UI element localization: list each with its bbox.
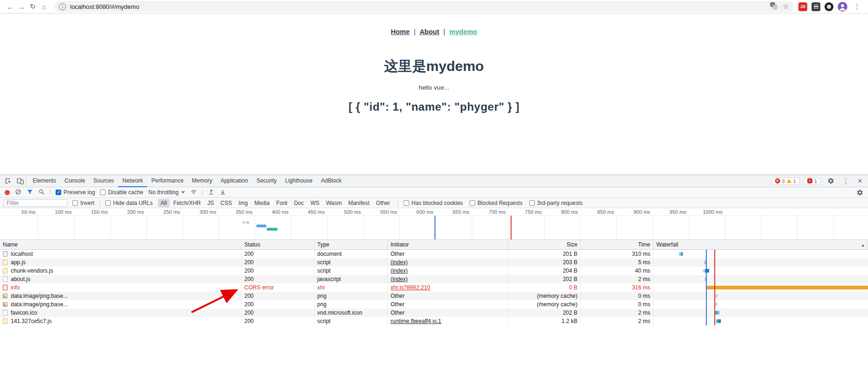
timeline-tick: 50 ms bbox=[3, 209, 36, 215]
tab-application[interactable]: Application bbox=[216, 175, 252, 187]
blocked-requests-checkbox[interactable]: Blocked Requests bbox=[470, 200, 523, 206]
bookmark-star-icon[interactable]: ☆ bbox=[783, 2, 789, 11]
column-header-status[interactable]: Status bbox=[242, 240, 314, 249]
filter-funnel-icon[interactable] bbox=[27, 189, 33, 197]
invert-checkbox[interactable]: Invert bbox=[72, 200, 94, 206]
filter-type-img[interactable]: Img bbox=[235, 199, 250, 207]
tab-elements[interactable]: Elements bbox=[28, 175, 60, 187]
devtools-close-icon[interactable]: × bbox=[855, 176, 865, 186]
network-row[interactable]: chunk-vendors.js200script(index)204 B40 … bbox=[0, 267, 868, 275]
filter-type-js[interactable]: JS bbox=[205, 199, 217, 207]
translate-icon[interactable]: A a bbox=[770, 2, 777, 11]
extension-dark-icon[interactable] bbox=[811, 2, 820, 11]
initiator-value[interactable]: (index) bbox=[391, 259, 408, 266]
tab-security[interactable]: Security bbox=[252, 175, 281, 187]
filter-type-fetch-xhr[interactable]: Fetch/XHR bbox=[171, 199, 204, 207]
forward-icon[interactable]: → bbox=[16, 1, 27, 12]
filter-type-wasm[interactable]: Wasm bbox=[323, 199, 345, 207]
disable-cache-checkbox[interactable]: Disable cache bbox=[100, 189, 143, 196]
network-row[interactable]: favicon.ico200vnd.microsoft.iconOther202… bbox=[0, 309, 868, 317]
tab-network[interactable]: Network bbox=[118, 175, 147, 187]
filter-type-ws[interactable]: WS bbox=[308, 199, 322, 207]
request-name-cell: info bbox=[0, 283, 242, 292]
grid-line bbox=[508, 216, 508, 239]
filter-type-font[interactable]: Font bbox=[273, 199, 290, 207]
initiator-cell: Other bbox=[388, 292, 508, 300]
back-icon[interactable]: ← bbox=[5, 1, 16, 12]
network-settings-gear-icon[interactable] bbox=[856, 189, 863, 196]
nav-link-mydemo[interactable]: mydemo bbox=[449, 28, 477, 35]
filter-type-doc[interactable]: Doc bbox=[291, 199, 306, 207]
extension-js-icon[interactable]: JS bbox=[798, 2, 807, 11]
network-row[interactable]: localhost200documentOther201 B310 ms bbox=[0, 250, 868, 258]
checkbox-label: Has blocked cookies bbox=[412, 200, 463, 206]
search-icon[interactable] bbox=[38, 189, 45, 197]
has-blocked-cookies-checkbox[interactable]: Has blocked cookies bbox=[404, 200, 463, 206]
network-row[interactable]: infoCORS errorxhrxhr.js?8992:2100 B316 m… bbox=[0, 283, 868, 292]
tab-memory[interactable]: Memory bbox=[188, 175, 216, 187]
issues-badge[interactable]: ! 1 bbox=[804, 177, 821, 185]
tab-console[interactable]: Console bbox=[60, 175, 89, 187]
column-header-type[interactable]: Type bbox=[314, 240, 388, 249]
time-value: 2 ms bbox=[638, 276, 650, 282]
3rd-party-requests-checkbox[interactable]: 3rd-party requests bbox=[529, 200, 583, 206]
site-info-icon[interactable]: i bbox=[59, 3, 66, 10]
timeline-tick: 600 ms bbox=[400, 209, 433, 215]
column-header-time[interactable]: Time bbox=[581, 240, 654, 249]
tab-adblock[interactable]: AdBlock bbox=[317, 175, 346, 187]
tab-performance[interactable]: Performance bbox=[147, 175, 188, 187]
home-icon[interactable]: ⌂ bbox=[38, 1, 50, 12]
reload-icon[interactable]: ↻ bbox=[27, 1, 38, 12]
size-value: 202 B bbox=[563, 276, 577, 282]
page-content: Home | About | mydemo 这里是mydemo hello vu… bbox=[0, 14, 868, 175]
time-cell: 2 ms bbox=[581, 275, 654, 283]
overview-request-bar bbox=[256, 225, 266, 227]
import-har-icon[interactable] bbox=[208, 189, 214, 197]
timeline-overview[interactable]: 50 ms100 ms150 ms200 ms250 ms300 ms350 m… bbox=[0, 208, 868, 240]
network-row[interactable]: data:image/png;base...200pngOther(memory… bbox=[0, 292, 868, 300]
throttling-select[interactable]: No throttling bbox=[149, 189, 185, 196]
clear-icon[interactable] bbox=[15, 189, 21, 197]
console-count-badge[interactable]: ✕ 3 1 bbox=[771, 177, 800, 185]
filter-type-media[interactable]: Media bbox=[251, 199, 272, 207]
size-cell: 201 B bbox=[508, 250, 581, 258]
column-header-initiator[interactable]: Initiator bbox=[388, 240, 508, 249]
device-toolbar-icon[interactable] bbox=[14, 175, 26, 187]
filter-type-css[interactable]: CSS bbox=[218, 199, 235, 207]
initiator-value[interactable]: (index) bbox=[391, 267, 408, 274]
browser-menu-icon[interactable]: ⋮ bbox=[852, 2, 862, 11]
network-row[interactable]: about.js200javascript(index)202 B2 ms bbox=[0, 275, 868, 283]
preserve-log-checkbox[interactable]: Preserve log bbox=[56, 189, 95, 196]
inspect-icon[interactable] bbox=[2, 175, 14, 187]
hide-data-urls-checkbox[interactable]: Hide data URLs bbox=[105, 200, 153, 206]
tab-lighthouse[interactable]: Lighthouse bbox=[281, 175, 317, 187]
address-bar[interactable]: i localhost:8080/#/mydemo A a ☆ bbox=[54, 1, 794, 12]
filter-type-manifest[interactable]: Manifest bbox=[345, 199, 372, 207]
nav-link-about[interactable]: About bbox=[420, 28, 439, 35]
type-value: png bbox=[317, 301, 327, 308]
network-row[interactable]: 141.327ce5c7.js200scriptruntime.fbeeaff4… bbox=[0, 317, 868, 325]
filter-input[interactable] bbox=[4, 199, 67, 207]
column-header-waterfall[interactable]: Waterfall bbox=[654, 240, 868, 249]
filter-type-all[interactable]: All bbox=[158, 199, 170, 207]
network-row[interactable]: app.js200script(index)203 B5 ms bbox=[0, 258, 868, 267]
filter-type-other[interactable]: Other bbox=[373, 199, 393, 207]
initiator-value[interactable]: (index) bbox=[391, 276, 408, 282]
network-conditions-icon[interactable] bbox=[190, 189, 197, 197]
initiator-value[interactable]: xhr.js?8992:210 bbox=[391, 284, 430, 291]
settings-gear-icon[interactable] bbox=[825, 175, 837, 187]
profile-avatar[interactable] bbox=[838, 2, 847, 12]
status-cell: 200 bbox=[242, 292, 314, 300]
grid-line bbox=[38, 216, 38, 239]
column-header-name[interactable]: Name bbox=[0, 240, 242, 249]
tab-sources[interactable]: Sources bbox=[89, 175, 118, 187]
network-row[interactable]: data:image/png;base...200pngOther(memory… bbox=[0, 300, 868, 309]
initiator-value[interactable]: runtime.fbeeaff4.js:1 bbox=[391, 318, 441, 324]
export-har-icon[interactable] bbox=[220, 189, 226, 197]
record-button[interactable] bbox=[5, 190, 10, 195]
initiator-cell: xhr.js?8992:210 bbox=[388, 283, 508, 292]
column-header-size[interactable]: Size bbox=[508, 240, 581, 249]
extension-misc-icon[interactable] bbox=[825, 2, 833, 11]
devtools-menu-icon[interactable]: ⋮ bbox=[840, 177, 851, 185]
nav-link-home[interactable]: Home bbox=[391, 28, 410, 35]
